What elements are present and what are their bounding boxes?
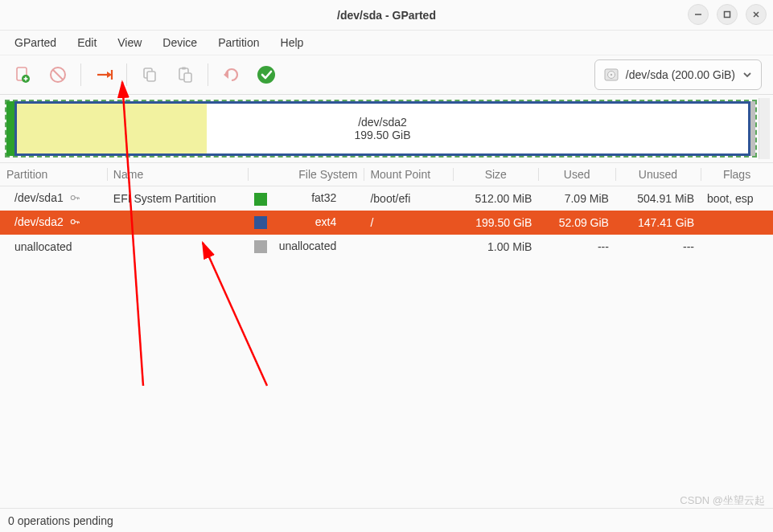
undo-icon xyxy=(221,65,241,84)
minimize-button[interactable] xyxy=(688,4,709,25)
col-size[interactable]: Size xyxy=(453,163,538,186)
lock-key-icon xyxy=(68,192,81,206)
svg-point-19 xyxy=(257,66,275,84)
toolbar: /dev/sda (200.00 GiB) xyxy=(0,55,773,95)
cell-used: 52.09 GiB xyxy=(538,211,615,235)
cell-filesystem: fat32 xyxy=(248,186,364,211)
svg-rect-14 xyxy=(147,72,155,81)
menu-edit[interactable]: Edit xyxy=(68,33,106,52)
fs-color-swatch xyxy=(254,193,267,206)
menubar: GParted Edit View Device Partition Help xyxy=(0,31,773,55)
table-header-row: Partition Name File System Mount Point S… xyxy=(0,163,773,186)
cell-mountpoint: /boot/efi xyxy=(364,186,453,211)
cell-filesystem: unallocated xyxy=(248,235,364,259)
menu-device[interactable]: Device xyxy=(153,33,207,52)
new-partition-button[interactable] xyxy=(8,60,37,89)
col-filesystem[interactable]: File System xyxy=(248,163,364,186)
chevron-down-icon xyxy=(742,69,753,80)
cell-mountpoint: / xyxy=(364,211,453,235)
partition-graphic[interactable]: /dev/sda2 199.50 GiB xyxy=(5,100,757,158)
resize-arrow-icon xyxy=(94,65,113,84)
no-entry-icon xyxy=(48,65,68,84)
copy-button[interactable] xyxy=(135,60,164,89)
partition-table: Partition Name File System Mount Point S… xyxy=(0,162,773,259)
cell-unused: --- xyxy=(615,235,701,259)
cell-name xyxy=(107,211,248,235)
graphic-slice-sda1[interactable] xyxy=(6,101,14,156)
cell-partition: /dev/sda2 xyxy=(0,211,107,235)
menu-gparted[interactable]: GParted xyxy=(5,33,66,52)
cell-name xyxy=(107,235,248,259)
graphic-slice-label: /dev/sda2 199.50 GiB xyxy=(17,104,748,153)
cell-name: EFI System Partition xyxy=(107,186,248,211)
cell-used: --- xyxy=(538,235,615,259)
cell-unused: 504.91 MiB xyxy=(615,186,701,211)
undo-button[interactable] xyxy=(216,60,245,89)
toolbar-separator xyxy=(126,63,127,86)
cell-flags: boot, esp xyxy=(701,186,773,211)
watermark: CSDN @坐望云起 xyxy=(680,493,765,508)
table-row[interactable]: /dev/sda2ext4/199.50 GiB52.09 GiB147.41 … xyxy=(0,211,773,235)
cell-used: 7.09 MiB xyxy=(538,186,615,211)
col-name[interactable]: Name xyxy=(107,163,248,186)
lock-key-icon xyxy=(68,216,81,230)
statusbar: 0 operations pending xyxy=(0,508,773,532)
window-controls xyxy=(688,4,767,25)
window-title: /dev/sda - GParted xyxy=(337,9,436,22)
close-button[interactable] xyxy=(746,4,767,25)
cell-size: 512.00 MiB xyxy=(453,186,538,211)
graphic-slice-unallocated[interactable] xyxy=(750,101,755,156)
apply-button[interactable] xyxy=(252,60,281,89)
toolbar-separator xyxy=(208,63,208,86)
cell-flags xyxy=(701,211,773,235)
paste-icon xyxy=(175,65,195,84)
resize-move-button[interactable] xyxy=(89,60,118,89)
cell-partition: /dev/sda1 xyxy=(0,186,107,211)
menu-partition[interactable]: Partition xyxy=(208,33,269,52)
fs-color-swatch xyxy=(254,216,267,229)
maximize-icon xyxy=(722,10,732,19)
col-unused[interactable]: Unused xyxy=(615,163,701,186)
statusbar-text: 0 operations pending xyxy=(8,514,113,527)
copy-icon xyxy=(140,65,159,84)
device-selector-label: /dev/sda (200.00 GiB) xyxy=(626,68,735,81)
titlebar: /dev/sda - GParted xyxy=(0,0,773,31)
document-plus-icon xyxy=(13,65,32,84)
fs-color-swatch xyxy=(254,240,267,253)
cell-flags xyxy=(701,235,773,259)
col-mountpoint[interactable]: Mount Point xyxy=(364,163,453,186)
col-used[interactable]: Used xyxy=(538,163,615,186)
col-partition[interactable]: Partition xyxy=(0,163,107,186)
paste-button[interactable] xyxy=(171,60,199,89)
graphic-partition-size: 199.50 GiB xyxy=(354,129,410,141)
close-icon xyxy=(751,10,761,19)
delete-partition-button[interactable] xyxy=(43,60,72,89)
table-row[interactable]: /dev/sda1EFI System Partitionfat32/boot/… xyxy=(0,186,773,211)
cell-size: 199.50 GiB xyxy=(453,211,538,235)
check-circle-icon xyxy=(256,64,277,85)
minimize-icon xyxy=(693,10,703,19)
harddisk-icon xyxy=(603,67,619,83)
svg-rect-1 xyxy=(725,12,730,18)
col-flags[interactable]: Flags xyxy=(701,163,773,186)
graphic-scrollbar[interactable] xyxy=(759,98,770,159)
graphic-slice-sda2[interactable]: /dev/sda2 199.50 GiB xyxy=(14,101,750,156)
maximize-button[interactable] xyxy=(717,4,738,25)
partition-graphic-wrap: /dev/sda2 199.50 GiB xyxy=(0,95,773,162)
menu-help[interactable]: Help xyxy=(271,33,314,52)
svg-rect-16 xyxy=(182,68,186,70)
table-row[interactable]: unallocatedunallocated1.00 MiB------ xyxy=(0,235,773,259)
svg-rect-17 xyxy=(184,73,191,82)
device-selector[interactable]: /dev/sda (200.00 GiB) xyxy=(594,59,762,90)
svg-point-22 xyxy=(611,74,612,76)
cell-unused: 147.41 GiB xyxy=(615,211,701,235)
menu-view[interactable]: View xyxy=(108,33,151,52)
toolbar-separator xyxy=(80,63,81,86)
svg-line-9 xyxy=(53,70,63,80)
cell-size: 1.00 MiB xyxy=(453,235,538,259)
svg-line-32 xyxy=(203,243,267,386)
cell-filesystem: ext4 xyxy=(248,211,364,235)
cell-mountpoint xyxy=(364,235,453,259)
cell-partition: unallocated xyxy=(0,235,107,259)
graphic-partition-name: /dev/sda2 xyxy=(358,116,407,129)
